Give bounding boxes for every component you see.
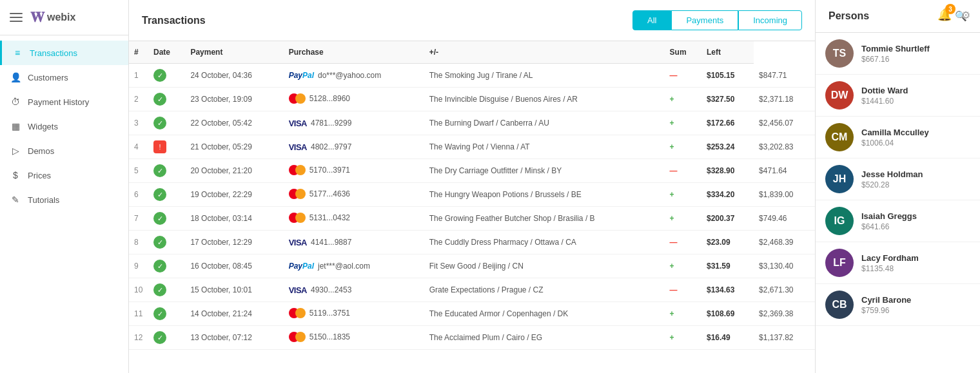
row-sum: $327.50 [701, 88, 754, 111]
persons-list: TS Tommie Shurtleff $667.16 DW Dottie Wa… [816, 33, 980, 326]
table-row[interactable]: 4!21 October, 05:29VISA 4802...9797The W… [129, 135, 815, 159]
person-amount: $520.28 [861, 180, 970, 189]
tutorials-icon: ✎ [10, 194, 21, 206]
sidebar-label-tutorials: Tutorials [28, 195, 59, 205]
row-left: $1,839.00 [754, 183, 815, 207]
row-sign: + [665, 326, 701, 350]
person-item[interactable]: LF Lacy Fordham $1135.48 [816, 242, 980, 284]
status-ok-icon: ✓ [153, 307, 166, 320]
status-ok-icon: ✓ [153, 188, 166, 201]
avatar: TS [825, 39, 854, 68]
table-row[interactable]: 6✓19 October, 22:29 5177...4636The Hungr… [129, 183, 815, 207]
settings-icon[interactable]: ⚙ [961, 9, 970, 21]
status-ok-icon: ✓ [153, 283, 166, 296]
row-purchase: The Growing Feather Butcher Shop / Brasi… [424, 207, 665, 231]
table-row[interactable]: 8✓17 October, 12:29VISA 4141...9887The C… [129, 231, 815, 254]
person-amount: $1006.04 [861, 139, 970, 148]
table-row[interactable]: 9✓16 October, 08:45PayPal jet***@aol.com… [129, 254, 815, 278]
row-left: $2,369.38 [754, 302, 815, 326]
topbar: 🔔 3 ⚙ [937, 8, 970, 22]
person-name: Tommie Shurtleff [861, 44, 970, 53]
row-purchase: The Dry Carriage Outfitter / Minsk / BY [424, 159, 665, 183]
table-row[interactable]: 2✓23 October, 19:09 5128...8960The Invin… [129, 88, 815, 111]
mastercard-logo [289, 165, 306, 175]
row-date: 16 October, 08:45 [185, 254, 283, 278]
table-row[interactable]: 11✓14 October, 21:24 5119...3751The Educ… [129, 302, 815, 326]
filter-btn-payments[interactable]: Payments [671, 10, 738, 30]
sidebar-nav: ≡ Transactions 👤 Customers ⏱ Payment His… [0, 35, 128, 212]
person-item[interactable]: JH Jesse Holdman $520.28 [816, 158, 980, 200]
filter-btn-all[interactable]: All [632, 10, 671, 30]
sidebar-item-transactions[interactable]: ≡ Transactions [0, 41, 128, 65]
row-payment: 5128...8960 [284, 88, 424, 111]
row-left: $1,137.82 [754, 326, 815, 350]
sidebar-item-tutorials[interactable]: ✎ Tutorials [0, 187, 128, 212]
person-item[interactable]: CM Camilla Mcculley $1006.04 [816, 117, 980, 158]
sidebar-label-prices: Prices [28, 171, 51, 180]
person-name: Camilla Mcculley [861, 128, 970, 137]
person-item[interactable]: DW Dottie Ward $1441.60 [816, 75, 980, 117]
customers-icon: 👤 [10, 72, 21, 83]
col-header-purchase: Purchase [284, 41, 424, 64]
avatar: IG [825, 207, 854, 235]
person-item[interactable]: CB Cyril Barone $759.96 [816, 284, 980, 326]
minus-sign-icon: — [670, 71, 678, 80]
row-left: $2,671.30 [754, 278, 815, 302]
row-sum: $23.09 [701, 231, 754, 254]
table-row[interactable]: 12✓13 October, 07:12 5150...1835The Accl… [129, 326, 815, 350]
plus-sign-icon: + [670, 309, 674, 318]
table-row[interactable]: 10✓15 October, 10:01VISA 4930...2453Grat… [129, 278, 815, 302]
row-number: 8 [129, 231, 148, 254]
table-row[interactable]: 3✓22 October, 05:42VISA 4781...9299The B… [129, 111, 815, 135]
row-sum: $328.90 [701, 159, 754, 183]
table-row[interactable]: 1✓24 October, 04:36PayPal do***@yahoo.co… [129, 64, 815, 88]
table-row[interactable]: 5✓20 October, 21:20 5170...3971The Dry C… [129, 159, 815, 183]
row-purchase: Fit Sew Good / Beijing / CN [424, 254, 665, 278]
avatar: DW [825, 81, 854, 110]
person-name: Isaiah Greggs [861, 211, 970, 221]
sidebar-label-transactions: Transactions [30, 48, 77, 58]
row-number: 2 [129, 88, 148, 111]
row-purchase: The Waving Pot / Vienna / AT [424, 135, 665, 159]
col-header-payment: Payment [185, 41, 283, 64]
filter-btn-incoming[interactable]: Incoming [738, 10, 802, 30]
sidebar-item-payment-history[interactable]: ⏱ Payment History [0, 90, 128, 114]
row-date: 14 October, 21:24 [185, 302, 283, 326]
row-status: ✓ [148, 88, 185, 111]
sidebar-item-widgets[interactable]: ▦ Widgets [0, 114, 128, 139]
row-left: $749.46 [754, 207, 815, 231]
row-status: ✓ [148, 159, 185, 183]
payment-detail: 5177...4636 [309, 189, 350, 198]
row-sign: — [665, 159, 701, 183]
person-name: Lacy Fordham [861, 253, 970, 263]
table-header-row: #DatePaymentPurchase+/-SumLeft [129, 41, 815, 64]
row-sign: + [665, 111, 701, 135]
person-amount: $641.66 [861, 222, 970, 231]
transactions-icon: ≡ [12, 47, 23, 59]
table-row[interactable]: 7✓18 October, 03:14 5131...0432The Growi… [129, 207, 815, 231]
hamburger-icon[interactable] [10, 13, 23, 22]
mastercard-logo [289, 213, 306, 223]
row-payment: 5177...4636 [284, 183, 424, 207]
sidebar-item-customers[interactable]: 👤 Customers [0, 65, 128, 90]
payment-detail: 5119...3751 [309, 309, 350, 318]
plus-sign-icon: + [670, 142, 674, 151]
row-purchase: The Educated Armor / Copenhagen / DK [424, 302, 665, 326]
person-amount: $1441.60 [861, 97, 970, 106]
row-status: ✓ [148, 326, 185, 350]
row-number: 3 [129, 111, 148, 135]
sidebar-item-demos[interactable]: ▷ Demos [0, 139, 128, 163]
row-purchase: The Acclaimed Plum / Cairo / EG [424, 326, 665, 350]
person-item[interactable]: IG Isaiah Greggs $641.66 [816, 200, 980, 242]
notification-icon[interactable]: 🔔 3 [937, 8, 952, 22]
row-date: 19 October, 22:29 [185, 183, 283, 207]
person-item[interactable]: TS Tommie Shurtleff $667.16 [816, 33, 980, 75]
status-ok-icon: ✓ [153, 236, 166, 249]
plus-sign-icon: + [670, 95, 674, 104]
row-payment: VISA 4781...9299 [284, 111, 424, 135]
mastercard-logo [289, 189, 306, 199]
person-name: Jesse Holdman [861, 169, 970, 179]
sidebar-item-prices[interactable]: $ Prices [0, 163, 128, 187]
status-err-icon: ! [153, 140, 166, 153]
row-left: $3,202.83 [754, 135, 815, 159]
